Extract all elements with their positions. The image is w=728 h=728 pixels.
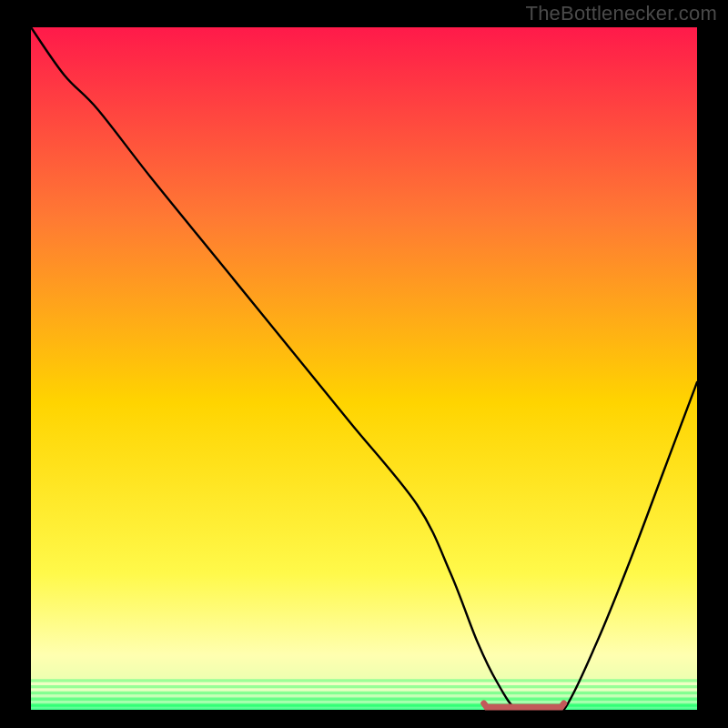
chart-frame: TheBottlenecker.com — [0, 0, 728, 728]
bottleneck-chart-svg — [0, 0, 728, 728]
bottom-green-stripes — [31, 679, 697, 710]
svg-rect-1 — [31, 682, 697, 685]
optimal-range-plateau — [484, 703, 564, 707]
svg-rect-5 — [31, 694, 697, 697]
plot-area-gradient — [31, 27, 697, 710]
svg-rect-9 — [31, 707, 697, 710]
attribution-label: TheBottlenecker.com — [526, 2, 717, 25]
svg-rect-6 — [31, 698, 697, 701]
svg-rect-0 — [31, 679, 697, 682]
svg-rect-2 — [31, 685, 697, 688]
svg-rect-4 — [31, 692, 697, 694]
svg-rect-8 — [31, 703, 697, 706]
svg-rect-3 — [31, 688, 697, 691]
svg-rect-7 — [31, 701, 697, 703]
